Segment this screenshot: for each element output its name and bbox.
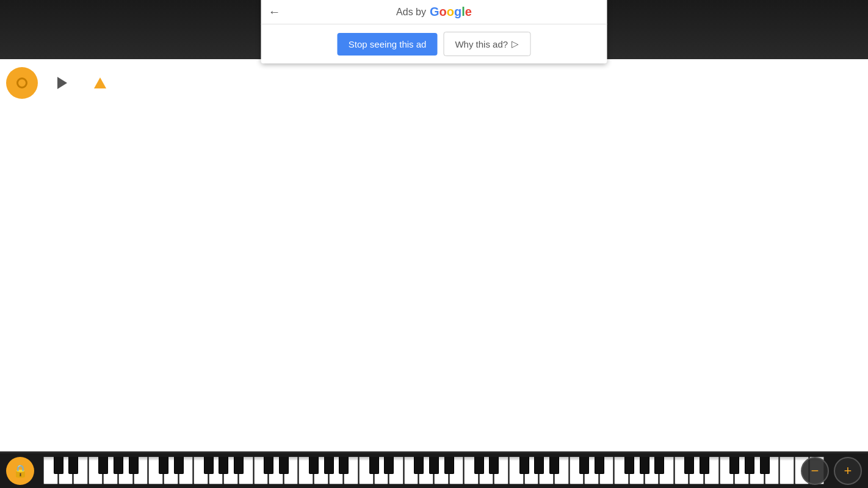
ad-back-arrow[interactable]: ← [269, 5, 281, 19]
mini-black-key[interactable] [68, 457, 78, 474]
stop-seeing-ad-button[interactable]: Stop seeing this ad [338, 33, 438, 56]
mini-black-key[interactable] [279, 457, 289, 474]
lock-button[interactable]: 🔒 [6, 457, 34, 485]
mini-black-key[interactable] [519, 457, 529, 474]
help-icon: ? [828, 69, 838, 88]
mini-black-key[interactable] [729, 457, 739, 474]
mini-black-key[interactable] [624, 457, 634, 474]
left-controls [6, 67, 116, 99]
mini-black-key[interactable] [429, 457, 439, 474]
mini-black-key[interactable] [489, 457, 499, 474]
mini-white-key[interactable] [779, 457, 794, 484]
mini-black-key[interactable] [549, 457, 559, 474]
mini-black-key[interactable] [474, 457, 484, 474]
mini-black-key[interactable] [745, 457, 754, 474]
mini-black-key[interactable] [534, 457, 544, 474]
restart-icon: ↺ [848, 68, 862, 88]
ads-by-label: Ads by [396, 7, 426, 18]
mini-black-key[interactable] [174, 457, 184, 474]
mini-black-key[interactable] [369, 457, 379, 474]
mini-black-key[interactable] [98, 457, 108, 474]
ad-header: ← Ads by Google [261, 0, 607, 24]
mini-black-key[interactable] [384, 457, 394, 474]
play-button[interactable] [45, 67, 77, 99]
lock-icon: 🔒 [13, 464, 28, 478]
plus-icon: + [844, 463, 852, 479]
mini-black-key[interactable] [219, 457, 228, 474]
mini-black-key[interactable] [684, 457, 694, 474]
help-button[interactable]: ? [828, 69, 838, 88]
mini-black-key[interactable] [444, 457, 454, 474]
mini-black-key[interactable] [234, 457, 244, 474]
mini-black-key[interactable] [129, 457, 139, 474]
mini-black-key[interactable] [264, 457, 273, 474]
mini-black-key[interactable] [204, 457, 214, 474]
mini-black-key[interactable] [760, 457, 770, 474]
piano-mini-keyboard[interactable] [0, 453, 868, 488]
zoom-controls: − + [801, 457, 862, 485]
restart-button[interactable]: ↺ [848, 68, 862, 88]
piano-app: ⚙ ? ↺ 🔒 − + ← Ads by Google Stop seeing [0, 0, 868, 488]
piano-keyboard[interactable] [0, 59, 868, 451]
mini-black-key[interactable] [595, 457, 604, 474]
why-ad-label: Why this ad? [455, 39, 508, 49]
settings-grid-button[interactable]: ⚙ [802, 67, 818, 90]
zoom-out-button[interactable]: − [801, 457, 829, 485]
mini-black-key[interactable] [700, 457, 709, 474]
svg-rect-0 [0, 59, 868, 451]
record-icon [16, 77, 27, 88]
record-button[interactable] [6, 67, 38, 99]
zoom-in-button[interactable]: + [834, 457, 862, 485]
right-controls: ⚙ ? ↺ [802, 67, 862, 90]
mini-black-key[interactable] [309, 457, 319, 474]
mini-black-key[interactable] [579, 457, 589, 474]
ad-overlay: ← Ads by Google Stop seeing this ad Why … [261, 0, 607, 63]
google-logo: Google [430, 5, 472, 19]
mini-black-key[interactable] [654, 457, 664, 474]
grid-icon [802, 67, 818, 79]
mini-black-key[interactable] [324, 457, 334, 474]
gear-icon: ⚙ [806, 80, 814, 90]
mini-black-key[interactable] [54, 457, 63, 474]
mini-black-key[interactable] [159, 457, 168, 474]
metronome-button[interactable] [84, 67, 116, 99]
play-icon [57, 77, 67, 89]
mini-black-key[interactable] [414, 457, 424, 474]
mini-black-key[interactable] [640, 457, 649, 474]
minus-icon: − [811, 463, 819, 479]
metronome-icon [94, 77, 106, 88]
ad-action-buttons: Stop seeing this ad Why this ad? ▷ [261, 24, 607, 63]
mini-black-key[interactable] [339, 457, 349, 474]
why-ad-icon: ▷ [512, 38, 519, 49]
why-this-ad-button[interactable]: Why this ad? ▷ [443, 32, 530, 56]
mini-black-key[interactable] [114, 457, 123, 474]
